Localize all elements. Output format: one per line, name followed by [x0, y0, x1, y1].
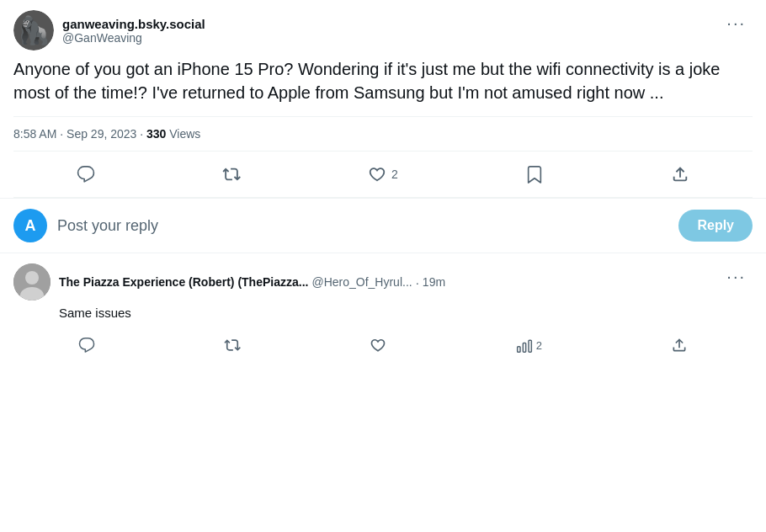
bookmark-button[interactable] — [515, 158, 554, 190]
action-bar: 2 — [13, 152, 753, 198]
reply-input-area: A Post your reply Reply — [0, 199, 766, 253]
tweet-views-label: Views — [169, 127, 200, 141]
reply-comment-icon — [78, 337, 95, 354]
reply-button[interactable]: Reply — [678, 210, 753, 242]
reply-avatar-image — [13, 263, 51, 301]
reply-body: Same issues — [59, 304, 753, 322]
like-icon — [368, 165, 386, 184]
username: @GanWeaving — [62, 31, 205, 45]
reply-tweet: The Piazza Experience (Robert) (ThePiazz… — [0, 253, 766, 365]
avatar[interactable]: 🦍 — [13, 10, 54, 51]
comment-icon — [77, 165, 95, 184]
svg-rect-4 — [523, 343, 525, 353]
reply-user-avatar: A — [13, 209, 47, 242]
tweet-meta: 8:58 AM · Sep 29, 2023 · 330 Views — [13, 116, 753, 152]
comment-button[interactable] — [66, 158, 105, 190]
display-name: ganweaving.bsky.social — [62, 17, 205, 31]
reply-username: @Hero_Of_Hyrul... — [311, 275, 412, 289]
like-count: 2 — [391, 168, 398, 181]
svg-point-1 — [25, 271, 39, 285]
reply-placeholder[interactable]: Post your reply — [57, 217, 668, 235]
retweet-icon — [222, 165, 241, 184]
retweet-button[interactable] — [212, 158, 251, 190]
reply-display-name: The Piazza Experience (Robert) (ThePiazz… — [59, 275, 308, 289]
reply-tweet-avatar[interactable] — [13, 263, 51, 301]
share-button[interactable] — [661, 158, 700, 190]
reply-comment-button[interactable] — [70, 332, 104, 359]
reply-stats-count: 2 — [536, 339, 542, 352]
reply-like-icon — [370, 337, 386, 354]
reply-share-button[interactable] — [662, 332, 696, 359]
reply-stats-icon — [516, 337, 533, 354]
main-tweet: 🦍 ganweaving.bsky.social @GanWeaving ···… — [0, 0, 766, 199]
user-info: ganweaving.bsky.social @GanWeaving — [62, 17, 205, 45]
share-icon — [671, 165, 689, 184]
tweet-date: Sep 29, 2023 — [66, 127, 136, 141]
tweet-header-left: 🦍 ganweaving.bsky.social @GanWeaving — [13, 10, 205, 51]
reply-time: 19m — [423, 275, 445, 289]
reply-stats-button[interactable]: 2 — [508, 332, 551, 359]
reply-tweet-header-left: The Piazza Experience (Robert) (ThePiazz… — [13, 263, 445, 301]
reply-retweet-icon — [224, 337, 241, 354]
tweet-time: 8:58 AM — [13, 127, 56, 141]
svg-rect-5 — [529, 340, 531, 352]
tweet-body: Anyone of you got an iPhone 15 Pro? Wond… — [13, 57, 753, 104]
svg-rect-3 — [517, 347, 519, 353]
reply-like-button[interactable] — [361, 332, 395, 359]
reply-action-bar: 2 — [13, 328, 753, 365]
reply-tweet-header: The Piazza Experience (Robert) (ThePiazz… — [13, 263, 753, 301]
avatar-image: 🦍 — [17, 17, 51, 44]
tweet-header: 🦍 ganweaving.bsky.social @GanWeaving ··· — [13, 10, 753, 51]
bookmark-icon — [525, 165, 544, 184]
reply-share-icon — [671, 337, 688, 354]
like-button[interactable]: 2 — [358, 158, 408, 190]
reply-more-options-button[interactable]: ··· — [720, 263, 753, 290]
reply-user-info: The Piazza Experience (Robert) (ThePiazz… — [59, 275, 445, 290]
tweet-views-count: 330 — [146, 127, 166, 141]
more-options-button[interactable]: ··· — [720, 10, 753, 36]
reply-retweet-button[interactable] — [215, 332, 249, 359]
